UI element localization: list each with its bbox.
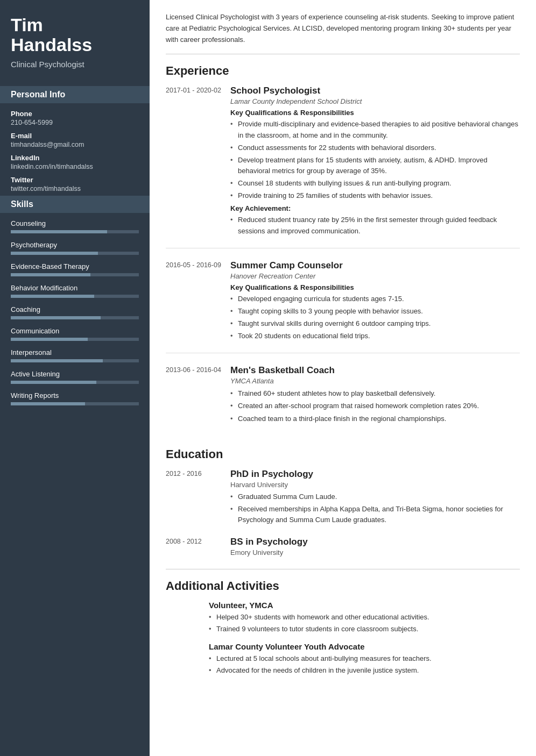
skill-name: Coaching	[11, 305, 139, 313]
skill-bar-fill	[11, 359, 103, 362]
twitter-label: Twitter	[11, 176, 139, 184]
skill-bar-fill	[11, 295, 94, 298]
sidebar: Tim Handalss Clinical Psychologist Perso…	[0, 0, 150, 756]
main-content: Licensed Clinical Psychologist with 3 ye…	[150, 0, 536, 756]
edu-school: Harvard University	[230, 481, 520, 489]
skill-name: Active Listening	[11, 370, 139, 378]
skill-bar-bg	[11, 230, 139, 233]
skill-bar-fill	[11, 273, 90, 276]
exp-content: Summer Camp Counselor Hanover Recreation…	[230, 260, 520, 344]
twitter-value: twitter.com/timhandalss	[11, 185, 139, 192]
experience-item: 2013-06 - 2016-04 Men's Basketball Coach…	[166, 365, 520, 435]
skill-bar-fill	[11, 338, 88, 341]
exp-bullets: Trained 60+ student athletes how to play…	[230, 388, 520, 424]
edu-bullets: Graduated Summa Cum Laude.Received membe…	[230, 491, 520, 525]
skill-bar-bg	[11, 381, 139, 384]
linkedin-label: LinkedIn	[11, 154, 139, 162]
activity-bullets: Helped 30+ students with homework and ot…	[209, 612, 520, 634]
summary-text: Licensed Clinical Psychologist with 3 ye…	[166, 12, 520, 54]
exp-company: YMCA Atlanta	[230, 377, 520, 385]
personal-info-title: Personal Info	[0, 86, 150, 103]
skill-bar-fill	[11, 316, 101, 319]
edu-bullet: Received memberships in Alpha Kappa Delt…	[230, 504, 520, 525]
experience-item: 2016-05 - 2016-09 Summer Camp Counselor …	[166, 260, 520, 354]
skill-bar-bg	[11, 316, 139, 319]
skill-item: Writing Reports	[11, 391, 139, 405]
skill-bar-bg	[11, 402, 139, 405]
skill-item: Evidence-Based Therapy	[11, 262, 139, 276]
activities-section: Additional Activities Volunteer, YMCA He…	[166, 569, 520, 676]
activity-bullet: Trained 9 volunteers to tutor students i…	[209, 624, 520, 634]
skill-bar-bg	[11, 338, 139, 341]
bullet: Counsel 18 students with bullying issues…	[230, 178, 520, 189]
skill-name: Communication	[11, 327, 139, 335]
bullet: Taught coping skills to 3 young people w…	[230, 306, 520, 317]
skill-item: Communication	[11, 327, 139, 341]
exp-job-title: Summer Camp Counselor	[230, 260, 520, 271]
experience-list: 2017-01 - 2020-02 School Psychologist La…	[166, 85, 520, 435]
education-section: Education 2012 - 2016 PhD in Psychology …	[166, 447, 520, 559]
edu-date: 2012 - 2016	[166, 469, 230, 527]
education-list: 2012 - 2016 PhD in Psychology Harvard Un…	[166, 469, 520, 559]
experience-section: Experience 2017-01 - 2020-02 School Psyc…	[166, 64, 520, 435]
phone-value: 210-654-5999	[11, 119, 139, 126]
qualifications-label: Key Qualifications & Responsibilities	[230, 283, 520, 291]
bullet: Trained 60+ student athletes how to play…	[230, 388, 520, 399]
activity-bullet: Advocated for the needs of children in t…	[209, 665, 520, 676]
exp-content: School Psychologist Lamar County Indepen…	[230, 85, 520, 238]
skill-item: Behavior Modification	[11, 284, 139, 298]
skill-name: Evidence-Based Therapy	[11, 262, 139, 270]
skills-list: Counseling Psychotherapy Evidence-Based …	[11, 219, 139, 405]
email-label: E-mail	[11, 132, 139, 140]
exp-job-title: School Psychologist	[230, 85, 520, 96]
phone-label: Phone	[11, 110, 139, 118]
skill-name: Behavior Modification	[11, 284, 139, 292]
skill-name: Interpersonal	[11, 348, 139, 356]
bullet: Taught survival skills during overnight …	[230, 318, 520, 329]
bullet: Conduct assessments for 22 students with…	[230, 142, 520, 153]
edu-degree: BS in Psychology	[230, 537, 520, 547]
candidate-name: Tim Handalss	[11, 15, 139, 55]
skill-item: Active Listening	[11, 370, 139, 384]
skill-bar-fill	[11, 402, 85, 405]
edu-school: Emory University	[230, 548, 520, 557]
job-title: Clinical Psychologist	[11, 60, 139, 69]
sidebar-header: Tim Handalss Clinical Psychologist	[0, 0, 150, 79]
edu-degree: PhD in Psychology	[230, 469, 520, 480]
bullet: Coached team to a third-place finish in …	[230, 413, 520, 424]
skill-bar-bg	[11, 273, 139, 276]
activity-bullet: Lectured at 5 local schools about anti-b…	[209, 653, 520, 664]
edu-content: PhD in Psychology Harvard University Gra…	[230, 469, 520, 527]
skills-title: Skills	[0, 196, 150, 213]
skill-bar-bg	[11, 252, 139, 255]
email-value: timhandalss@gmail.com	[11, 141, 139, 148]
experience-item: 2017-01 - 2020-02 School Psychologist La…	[166, 85, 520, 248]
activity-bullet: Helped 30+ students with homework and ot…	[209, 612, 520, 623]
exp-bullets: Developed engaging curricula for student…	[230, 294, 520, 342]
exp-content: Men's Basketball Coach YMCA Atlanta Trai…	[230, 365, 520, 425]
achievement-bullet: Reduced student truancy rate by 25% in t…	[230, 215, 520, 236]
exp-date: 2016-05 - 2016-09	[166, 260, 230, 344]
qualifications-label: Key Qualifications & Responsibilities	[230, 109, 520, 117]
linkedin-value: linkedin.com/in/timhandalss	[11, 163, 139, 170]
skill-bar-fill	[11, 230, 107, 233]
skill-bar-bg	[11, 295, 139, 298]
activity-bullets: Lectured at 5 local schools about anti-b…	[209, 653, 520, 676]
activity-item: Volunteer, YMCA Helped 30+ students with…	[166, 601, 520, 634]
bullet: Provide training to 25 families of stude…	[230, 190, 520, 201]
activities-title: Additional Activities	[166, 579, 520, 593]
skill-name: Counseling	[11, 219, 139, 227]
exp-job-title: Men's Basketball Coach	[230, 365, 520, 376]
skill-item: Counseling	[11, 219, 139, 233]
exp-bullets: Provide multi-disciplinary and evidence-…	[230, 119, 520, 201]
skills-section: Skills Counseling Psychotherapy Evidence…	[0, 196, 150, 418]
skill-item: Psychotherapy	[11, 241, 139, 255]
edu-content: BS in Psychology Emory University	[230, 537, 520, 559]
education-item: 2012 - 2016 PhD in Psychology Harvard Un…	[166, 469, 520, 527]
skill-name: Psychotherapy	[11, 241, 139, 249]
bullet: Took 20 students on educational field tr…	[230, 331, 520, 341]
skill-item: Coaching	[11, 305, 139, 319]
activities-list: Volunteer, YMCA Helped 30+ students with…	[166, 601, 520, 676]
education-item: 2008 - 2012 BS in Psychology Emory Unive…	[166, 537, 520, 559]
achievement-list: Reduced student truancy rate by 25% in t…	[230, 215, 520, 236]
